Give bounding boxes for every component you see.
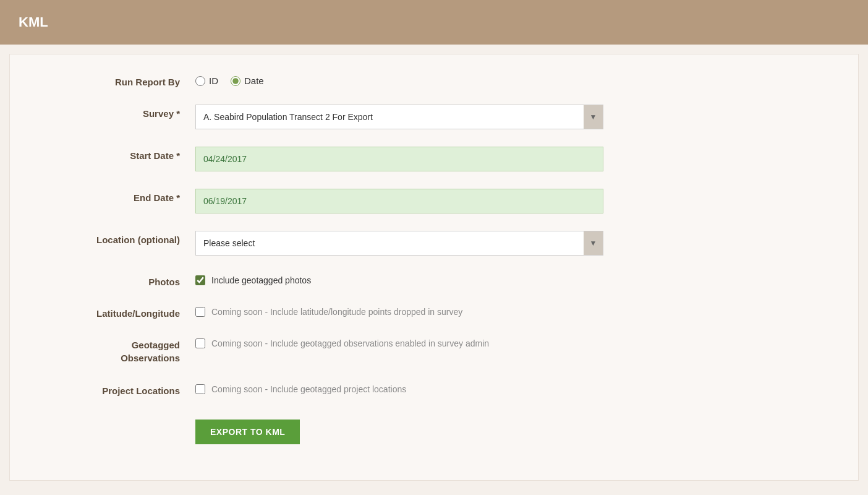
lat-long-text: Coming soon - Include latitude/longitude…: [211, 307, 462, 317]
survey-row: Survey * A. Seabird Population Transect …: [47, 105, 821, 129]
photos-control: Include geotagged photos: [195, 273, 603, 285]
project-locations-control: Coming soon - Include geotagged project …: [195, 382, 603, 394]
photos-checkbox-group: Include geotagged photos: [195, 273, 603, 285]
start-date-input[interactable]: [195, 147, 603, 171]
location-row: Location (optional) Please select ▼: [47, 231, 821, 256]
start-date-control: [195, 147, 603, 171]
lat-long-checkbox-group: Coming soon - Include latitude/longitude…: [195, 304, 603, 317]
export-row: EXPORT TO KML: [47, 413, 821, 444]
end-date-label: End Date *: [47, 189, 195, 203]
run-report-controls: ID Date: [195, 73, 603, 86]
radio-id-option[interactable]: ID: [195, 75, 218, 86]
location-label: Location (optional): [47, 231, 195, 245]
lat-long-row: Latitude/Longitude Coming soon - Include…: [47, 304, 821, 319]
geotagged-obs-label: Geotagged Observations: [47, 336, 195, 364]
start-date-label: Start Date *: [47, 147, 195, 161]
header-bar: KML: [0, 0, 868, 45]
location-select[interactable]: Please select: [195, 231, 603, 256]
project-locations-checkbox-group: Coming soon - Include geotagged project …: [195, 382, 603, 394]
page-title: KML: [19, 14, 48, 30]
end-date-control: [195, 189, 603, 213]
geotagged-obs-text: Coming soon - Include geotagged observat…: [211, 338, 489, 348]
project-locations-row: Project Locations Coming soon - Include …: [47, 382, 821, 396]
export-control: EXPORT TO KML: [195, 413, 603, 444]
photos-label: Photos: [47, 273, 195, 287]
geotagged-obs-checkbox-group: Coming soon - Include geotagged observat…: [195, 336, 603, 348]
photos-checkbox[interactable]: [195, 275, 205, 285]
photos-checkbox-label: Include geotagged photos: [211, 275, 311, 285]
run-report-label: Run Report By: [47, 73, 195, 87]
survey-select-wrapper: A. Seabird Population Transect 2 For Exp…: [195, 105, 603, 129]
radio-group: ID Date: [195, 73, 603, 86]
run-report-row: Run Report By ID Date: [47, 73, 821, 87]
geotagged-obs-control: Coming soon - Include geotagged observat…: [195, 336, 603, 348]
radio-id-input[interactable]: [195, 76, 205, 86]
end-date-input[interactable]: [195, 189, 603, 213]
geotagged-obs-checkbox[interactable]: [195, 338, 205, 348]
radio-date-input[interactable]: [231, 76, 240, 86]
project-locations-label: Project Locations: [47, 382, 195, 396]
lat-long-label: Latitude/Longitude: [47, 304, 195, 319]
end-date-row: End Date *: [47, 189, 821, 213]
survey-label: Survey *: [47, 105, 195, 119]
photos-row: Photos Include geotagged photos: [47, 273, 821, 287]
start-date-row: Start Date *: [47, 147, 821, 171]
project-locations-text: Coming soon - Include geotagged project …: [211, 384, 406, 394]
export-kml-button[interactable]: EXPORT TO KML: [195, 420, 300, 444]
page-container: KML Run Report By ID Date: [0, 0, 868, 495]
radio-date-option[interactable]: Date: [231, 75, 264, 86]
survey-control: A. Seabird Population Transect 2 For Exp…: [195, 105, 603, 129]
lat-long-control: Coming soon - Include latitude/longitude…: [195, 304, 603, 317]
location-control: Please select ▼: [195, 231, 603, 256]
survey-select[interactable]: A. Seabird Population Transect 2 For Exp…: [195, 105, 603, 129]
radio-date-label: Date: [244, 75, 264, 86]
geotagged-obs-row: Geotagged Observations Coming soon - Inc…: [47, 336, 821, 364]
content-area: Run Report By ID Date Survey *: [9, 54, 859, 481]
radio-id-label: ID: [209, 75, 218, 86]
lat-long-checkbox[interactable]: [195, 307, 205, 317]
project-locations-checkbox[interactable]: [195, 384, 205, 394]
location-select-wrapper: Please select ▼: [195, 231, 603, 256]
